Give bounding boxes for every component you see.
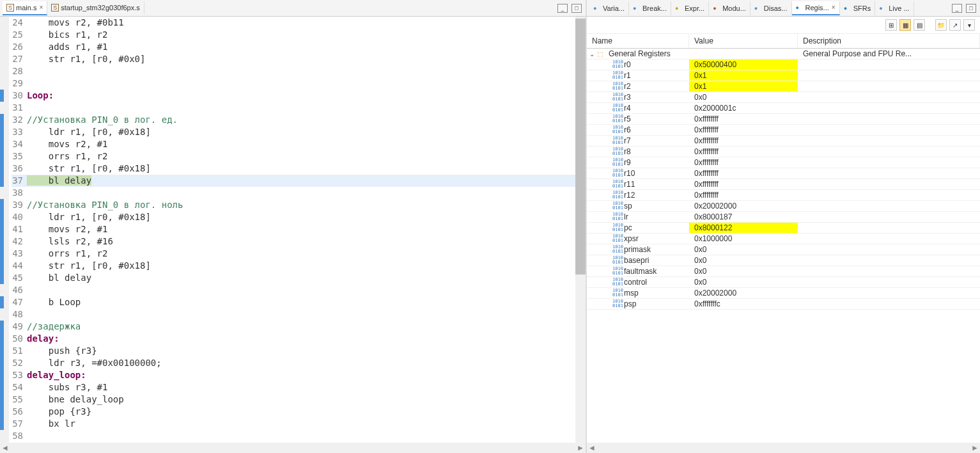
register-row[interactable]: 10100101sp0x20002000 bbox=[587, 201, 980, 212]
toolbar-export-icon[interactable]: ↗ bbox=[949, 19, 961, 31]
toolbar-open-icon[interactable]: 📁 bbox=[935, 19, 947, 31]
code-line[interactable]: 40 ldr r1, [r0, #0x18] bbox=[12, 211, 586, 223]
toolbar-layout-icon[interactable]: ▦ bbox=[899, 19, 911, 31]
register-value[interactable]: 0xfffffffc bbox=[689, 299, 798, 309]
toolbar-columns-icon[interactable]: ▤ bbox=[914, 19, 925, 31]
code-line[interactable]: 33 ldr r1, [r0, #0x18] bbox=[12, 126, 586, 138]
register-row[interactable]: 10100101lr0x8000187 bbox=[587, 212, 980, 223]
code-line[interactable]: 45 bl delay bbox=[12, 272, 586, 284]
register-row[interactable]: 10100101xpsr0x1000000 bbox=[587, 234, 980, 244]
register-value[interactable]: 0xffffffff bbox=[689, 179, 798, 189]
editor-scrollbar-vertical[interactable] bbox=[575, 17, 586, 443]
minimize-button[interactable]: _ bbox=[952, 4, 962, 13]
debug-view-tab[interactable]: ●Varia... bbox=[589, 1, 629, 15]
register-value[interactable]: 0x8000122 bbox=[689, 223, 798, 233]
debug-view-tab[interactable]: ●Expr... bbox=[671, 1, 709, 15]
register-row[interactable]: 10100101control0x0 bbox=[587, 277, 980, 288]
code-line[interactable]: 34 movs r2, #1 bbox=[12, 138, 586, 150]
register-group-row[interactable]: ⌄ ⬚ General Registers General Purpose an… bbox=[587, 49, 980, 60]
register-row[interactable]: 10100101r100xffffffff bbox=[587, 168, 980, 179]
code-line[interactable]: 48 bbox=[12, 308, 586, 321]
editor-tab[interactable]: Smain.s× bbox=[3, 1, 47, 15]
code-line[interactable]: 57 bx lr bbox=[12, 418, 586, 430]
register-row[interactable]: 10100101r110xffffffff bbox=[587, 179, 980, 190]
expand-icon[interactable]: ⌄ bbox=[589, 51, 595, 58]
code-line[interactable]: 37 bl delay bbox=[12, 175, 586, 187]
code-line[interactable]: 36 str r1, [r0, #0x18] bbox=[12, 163, 586, 175]
code-line[interactable]: 24 movs r2, #0b11 bbox=[12, 17, 586, 29]
code-line[interactable]: 32//Установка PIN_0 в лог. ед. bbox=[12, 114, 586, 126]
register-row[interactable]: 10100101pc0x8000122 bbox=[587, 223, 980, 234]
register-value[interactable]: 0xffffffff bbox=[689, 125, 798, 135]
maximize-button[interactable]: □ bbox=[572, 4, 582, 13]
debug-view-tab[interactable]: ●Modu... bbox=[709, 1, 751, 15]
debug-view-tab[interactable]: ●Break... bbox=[629, 1, 671, 15]
code-line[interactable]: 53delay_loop: bbox=[12, 369, 586, 381]
col-value[interactable]: Value bbox=[689, 34, 798, 48]
register-value[interactable]: 0x20002000 bbox=[689, 201, 798, 211]
code-line[interactable]: 31 bbox=[12, 102, 586, 114]
register-row[interactable]: 10100101r60xffffffff bbox=[587, 125, 980, 136]
code-line[interactable]: 42 lsls r2, #16 bbox=[12, 235, 586, 248]
register-row[interactable]: 10100101r50xffffffff bbox=[587, 114, 980, 125]
register-value[interactable]: 0x2000001c bbox=[689, 103, 798, 113]
register-row[interactable]: 10100101msp0x20002000 bbox=[587, 288, 980, 299]
code-line[interactable]: 51 push {r3} bbox=[12, 345, 586, 357]
code-line[interactable]: 39//Установка PIN_0 в лог. ноль bbox=[12, 199, 586, 211]
code-line[interactable]: 38 bbox=[12, 187, 586, 199]
code-line[interactable]: 27 str r1, [r0, #0x0] bbox=[12, 53, 586, 65]
register-value[interactable]: 0x0 bbox=[689, 244, 798, 255]
register-value[interactable]: 0x0 bbox=[689, 255, 798, 266]
editor-tab[interactable]: Sstartup_stm32g030f6px.s bbox=[47, 1, 144, 14]
minimize-button[interactable]: _ bbox=[557, 4, 568, 13]
col-desc[interactable]: Description bbox=[798, 34, 980, 48]
register-value[interactable]: 0x1000000 bbox=[689, 234, 798, 244]
register-row[interactable]: 10100101r30x0 bbox=[587, 92, 980, 103]
register-value[interactable]: 0x1 bbox=[689, 70, 798, 81]
register-value[interactable]: 0x0 bbox=[689, 92, 798, 102]
close-icon[interactable]: × bbox=[832, 4, 836, 11]
debug-view-tab[interactable]: ●Disas... bbox=[751, 1, 792, 15]
code-editor[interactable]: ▸ 24 movs r2, #0b1125 bics r1, r226 adds… bbox=[0, 17, 586, 443]
code-line[interactable]: 29 bbox=[12, 77, 586, 90]
toolbar-tree-icon[interactable]: ⊞ bbox=[885, 19, 897, 31]
code-line[interactable]: 47 b Loop bbox=[12, 296, 586, 308]
toolbar-menu-icon[interactable]: ▾ bbox=[963, 19, 975, 31]
register-value[interactable]: 0x50000400 bbox=[689, 60, 798, 70]
registers-scrollbar-horizontal[interactable]: ◄► bbox=[587, 443, 980, 453]
register-value[interactable]: 0xffffffff bbox=[689, 157, 798, 168]
register-row[interactable]: 10100101primask0x0 bbox=[587, 244, 980, 255]
debug-view-tab[interactable]: ●SFRs bbox=[840, 1, 876, 15]
register-value[interactable]: 0xffffffff bbox=[689, 147, 798, 157]
register-row[interactable]: 10100101r20x1 bbox=[587, 81, 980, 92]
debug-view-tab[interactable]: ●Regis...× bbox=[792, 1, 840, 15]
code-line[interactable]: 25 bics r1, r2 bbox=[12, 29, 586, 41]
register-value[interactable]: 0xffffffff bbox=[689, 168, 798, 179]
register-row[interactable]: 10100101r10x1 bbox=[587, 70, 980, 81]
code-line[interactable]: 50delay: bbox=[12, 333, 586, 345]
register-value[interactable]: 0x20002000 bbox=[689, 288, 798, 298]
code-line[interactable]: 46 bbox=[12, 284, 586, 296]
register-row[interactable]: 10100101r80xffffffff bbox=[587, 147, 980, 157]
maximize-button[interactable]: □ bbox=[966, 4, 976, 13]
code-line[interactable]: 43 orrs r1, r2 bbox=[12, 248, 586, 260]
register-row[interactable]: 10100101r70xffffffff bbox=[587, 136, 980, 147]
register-row[interactable]: 10100101faultmask0x0 bbox=[587, 266, 980, 277]
debug-view-tab[interactable]: ●Live ... bbox=[875, 1, 914, 15]
close-icon[interactable]: × bbox=[39, 4, 43, 11]
code-line[interactable]: 26 adds r1, #1 bbox=[12, 41, 586, 53]
register-value[interactable]: 0x0 bbox=[689, 277, 798, 287]
code-line[interactable]: 30Loop: bbox=[12, 90, 586, 102]
register-row[interactable]: 10100101r00x50000400 bbox=[587, 60, 980, 70]
code-line[interactable]: 54 subs r3, #1 bbox=[12, 381, 586, 393]
register-row[interactable]: 10100101psp0xfffffffc bbox=[587, 299, 980, 310]
editor-scrollbar-horizontal[interactable]: ◄► bbox=[0, 443, 586, 453]
register-value[interactable]: 0xffffffff bbox=[689, 114, 798, 124]
col-name[interactable]: Name bbox=[587, 34, 689, 48]
register-value[interactable]: 0x1 bbox=[689, 81, 798, 91]
register-value[interactable]: 0x8000187 bbox=[689, 212, 798, 222]
register-row[interactable]: 10100101r120xffffffff bbox=[587, 190, 980, 201]
register-row[interactable]: 10100101basepri0x0 bbox=[587, 255, 980, 266]
code-line[interactable]: 28 bbox=[12, 65, 586, 77]
register-row[interactable]: 10100101r40x2000001c bbox=[587, 103, 980, 114]
